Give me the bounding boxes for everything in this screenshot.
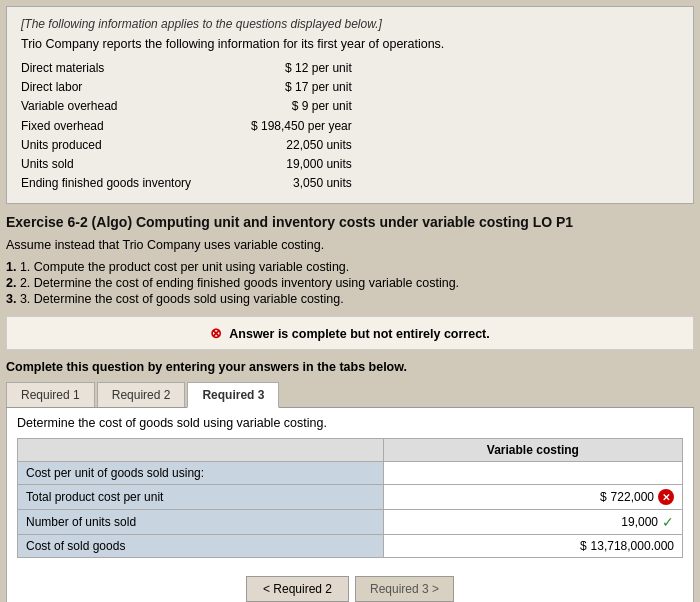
tab-required-1[interactable]: Required 1 [6,382,95,407]
table-header-variable: Variable costing [383,439,682,462]
dollar-sign-tpc: $ [600,490,607,504]
numbered-list: 1. 1. Compute the product cost per unit … [6,260,694,306]
answer-status: ⊗ Answer is complete but not entirely co… [19,325,681,341]
label-efg: Ending finished goods inventory [21,174,221,193]
value-efg: 3,050 units [251,174,352,193]
table-row: Cost per unit of goods sold using: [18,462,683,485]
value-vo: $ 9 per unit [251,97,352,116]
tab-content: Determine the cost of goods sold using v… [6,408,694,602]
dollar-sign-csg: $ [580,539,587,553]
tpc-value[interactable]: 722,000 [611,490,654,504]
row-value-csg[interactable]: $ 13,718,000.000 [383,535,682,558]
label-vo: Variable overhead [21,97,221,116]
error-circle-icon: ⊗ [210,325,222,341]
tabs-row: Required 1 Required 2 Required 3 [6,382,694,408]
exercise-title: Exercise 6-2 (Algo) Computing unit and i… [6,214,694,230]
table-row: Cost of sold goods $ 13,718,000.000 [18,535,683,558]
cost-table: Variable costing Cost per unit of goods … [17,438,683,558]
label-dl: Direct labor [21,78,221,97]
labels-col: Direct materials Direct labor Variable o… [21,59,221,193]
error-badge-tpc: ✕ [658,489,674,505]
table-header-label [18,439,384,462]
intro-text: [The following information applies to th… [21,17,679,31]
row-label-header: Cost per unit of goods sold using: [18,462,384,485]
row-label-csg: Cost of sold goods [18,535,384,558]
numbered-item-3: 3. 3. Determine the cost of goods sold u… [6,292,694,306]
value-us: 19,000 units [251,155,352,174]
value-fo: $ 198,450 per year [251,117,352,136]
value-dl: $ 17 per unit [251,78,352,97]
tab-description: Determine the cost of goods sold using v… [17,416,683,430]
label-fo: Fixed overhead [21,117,221,136]
csg-value[interactable]: 13,718,000.000 [591,539,674,553]
numbered-item-1: 1. 1. Compute the product cost per unit … [6,260,694,274]
check-icon-units: ✓ [662,514,674,530]
company-intro: Trio Company reports the following infor… [21,37,679,51]
row-label-tpc: Total product cost per unit [18,485,384,510]
prev-button[interactable]: < Required 2 [246,576,349,602]
value-dm: $ 12 per unit [251,59,352,78]
numbered-item-2: 2. 2. Determine the cost of ending finis… [6,276,694,290]
label-up: Units produced [21,136,221,155]
label-us: Units sold [21,155,221,174]
units-value[interactable]: 19,000 [621,515,658,529]
table-row: Total product cost per unit $ 722,000 ✕ [18,485,683,510]
tab-required-2[interactable]: Required 2 [97,382,186,407]
tabs-container: Required 1 Required 2 Required 3 Determi… [6,382,694,602]
answer-status-box: ⊗ Answer is complete but not entirely co… [6,316,694,350]
tab-required-3[interactable]: Required 3 [187,382,279,408]
label-dm: Direct materials [21,59,221,78]
next-button[interactable]: Required 3 > [355,576,454,602]
info-table: Direct materials Direct labor Variable o… [21,59,679,193]
complete-instruction: Complete this question by entering your … [6,356,694,382]
row-value-header [383,462,682,485]
row-label-units: Number of units sold [18,510,384,535]
row-value-units[interactable]: 19,000 ✓ [383,510,682,535]
info-table-rows: Direct materials Direct labor Variable o… [21,59,679,193]
assume-text: Assume instead that Trio Company uses va… [6,238,694,252]
values-col: $ 12 per unit $ 17 per unit $ 9 per unit… [251,59,352,193]
value-up: 22,050 units [251,136,352,155]
table-row: Number of units sold 19,000 ✓ [18,510,683,535]
info-box: [The following information applies to th… [6,6,694,204]
nav-buttons: < Required 2 Required 3 > [17,568,683,602]
row-value-tpc[interactable]: $ 722,000 ✕ [383,485,682,510]
